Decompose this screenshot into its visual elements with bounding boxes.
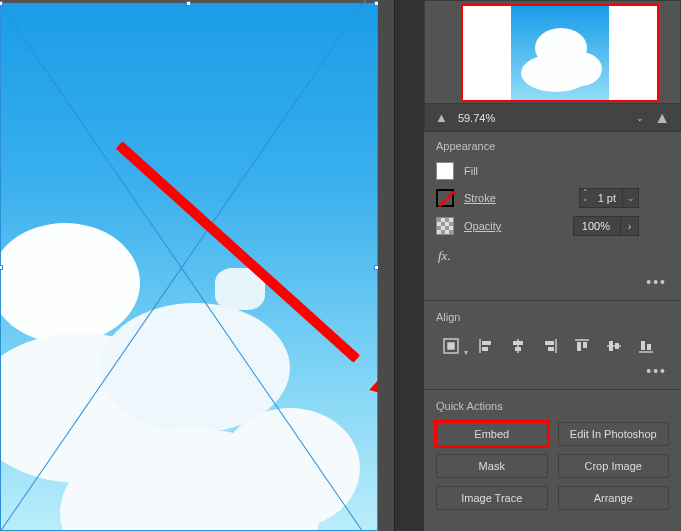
stroke-swatch[interactable] — [436, 189, 454, 207]
zoom-in-icon[interactable]: ▲ — [654, 109, 670, 127]
panel-gutter — [394, 0, 424, 531]
align-left-icon[interactable] — [474, 335, 498, 357]
svg-rect-10 — [548, 347, 554, 351]
fill-swatch[interactable] — [436, 162, 454, 180]
stroke-weight-value: 1 pt — [592, 192, 622, 204]
opacity-input[interactable]: 100% › — [573, 216, 639, 236]
properties-panel: Appearance Fill Stroke ˄˅ 1 pt ⌄ Opacity… — [424, 132, 681, 520]
stepper-icon[interactable]: ˄˅ — [580, 188, 592, 208]
align-vcenter-icon[interactable] — [602, 335, 626, 357]
align-buttons-row — [424, 329, 681, 361]
selection-handle[interactable] — [0, 265, 3, 270]
align-bottom-icon[interactable] — [634, 335, 658, 357]
opacity-row: Opacity 100% › — [424, 212, 681, 240]
navigator-panel: ▲ 59.74% ⌄ ▲ — [424, 0, 681, 132]
zoom-out-icon[interactable]: ▲ — [435, 110, 448, 125]
canvas-area[interactable] — [0, 0, 378, 531]
fill-row: Fill — [424, 158, 681, 184]
opacity-label[interactable]: Opacity — [464, 220, 501, 232]
stroke-row: Stroke ˄˅ 1 pt ⌄ — [424, 184, 681, 212]
stroke-label[interactable]: Stroke — [464, 192, 496, 204]
align-section-label: Align — [424, 303, 681, 329]
svg-rect-6 — [513, 341, 523, 345]
arrange-button[interactable]: Arrange — [558, 486, 670, 510]
svg-rect-12 — [577, 342, 581, 351]
crop-image-button[interactable]: Crop Image — [558, 454, 670, 478]
cloud — [535, 28, 587, 68]
quick-actions-section-label: Quick Actions — [424, 392, 681, 418]
divider — [424, 389, 681, 390]
navigator-view[interactable] — [461, 4, 659, 102]
align-top-icon[interactable] — [570, 335, 594, 357]
align-right-icon[interactable] — [538, 335, 562, 357]
svg-rect-3 — [482, 341, 491, 345]
svg-rect-4 — [482, 347, 488, 351]
navigator-zoom-bar: ▲ 59.74% ⌄ ▲ — [425, 103, 680, 131]
svg-rect-16 — [615, 343, 619, 349]
opacity-swatch[interactable] — [436, 217, 454, 235]
cloud — [0, 223, 140, 343]
svg-rect-7 — [515, 347, 521, 351]
svg-rect-9 — [545, 341, 554, 345]
opacity-value: 100% — [574, 220, 620, 232]
right-panels: ▲ 59.74% ⌄ ▲ Appearance Fill Stroke ˄˅ 1… — [424, 0, 681, 531]
vertical-scrollbar[interactable] — [378, 0, 394, 531]
more-options-icon[interactable]: ••• — [424, 361, 681, 387]
svg-rect-19 — [647, 344, 651, 350]
svg-rect-13 — [583, 342, 587, 348]
zoom-dropdown-icon[interactable]: ⌄ — [636, 113, 644, 123]
mask-button[interactable]: Mask — [436, 454, 548, 478]
more-options-icon[interactable]: ••• — [424, 272, 681, 298]
align-hcenter-icon[interactable] — [506, 335, 530, 357]
divider — [424, 300, 681, 301]
embed-button[interactable]: Embed — [436, 422, 548, 446]
selection-handle[interactable] — [0, 1, 3, 6]
svg-rect-18 — [641, 341, 645, 350]
zoom-value[interactable]: 59.74% — [454, 112, 499, 124]
selection-handle[interactable] — [186, 1, 191, 6]
align-to-button[interactable] — [436, 335, 466, 357]
appearance-section-label: Appearance — [424, 132, 681, 158]
quick-actions-grid: Embed Edit In Photoshop Mask Crop Image … — [424, 418, 681, 520]
image-trace-button[interactable]: Image Trace — [436, 486, 548, 510]
svg-rect-15 — [609, 341, 613, 351]
chevron-right-icon[interactable]: › — [620, 217, 638, 235]
svg-rect-1 — [448, 343, 454, 349]
fill-label: Fill — [464, 165, 478, 177]
artboard-image[interactable] — [0, 3, 378, 531]
fx-button[interactable]: fx. — [424, 240, 681, 272]
chevron-down-icon[interactable]: ⌄ — [622, 189, 638, 207]
edit-in-photoshop-button[interactable]: Edit In Photoshop — [558, 422, 670, 446]
stroke-weight-input[interactable]: ˄˅ 1 pt ⌄ — [579, 188, 639, 208]
